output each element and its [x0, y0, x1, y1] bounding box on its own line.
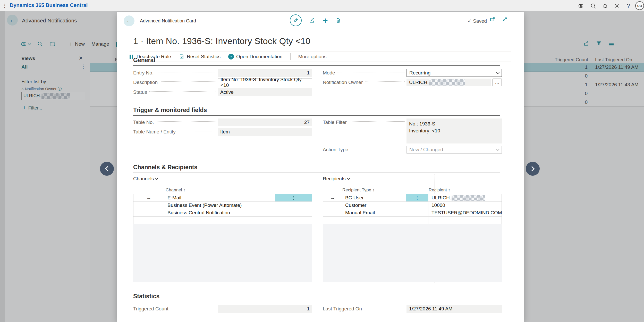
next-record-button[interactable] [526, 162, 540, 176]
recipients-part-caption[interactable]: Recipients [323, 176, 350, 182]
chevron-right-icon [529, 166, 535, 171]
section-channels-recipients: Channels & Recipients [133, 164, 500, 173]
search-icon[interactable] [589, 2, 597, 10]
recipient-column-header[interactable]: Recipient ↑ [429, 188, 450, 193]
field-triggered-count: Triggered Count 1 [133, 305, 312, 313]
new-record-icon[interactable]: + [323, 17, 328, 24]
chevron-down-icon [496, 148, 499, 151]
chevron-down-icon [496, 71, 499, 74]
previous-record-button[interactable] [100, 162, 114, 176]
share-icon[interactable] [309, 17, 316, 24]
recipient-type-column-header[interactable]: Recipient Type ↑ [342, 188, 375, 193]
row-arrow-icon: → [330, 195, 335, 201]
redacted-text [429, 79, 465, 86]
dynamics-apps-icon[interactable] [577, 2, 585, 10]
app-kebab-icon[interactable]: ⋮ [2, 3, 7, 9]
table-row[interactable]: Business Event (Power Automate) [133, 202, 312, 209]
mode-select[interactable]: Recurring [406, 69, 502, 77]
row-arrow-icon: → [146, 195, 151, 201]
table-row-empty[interactable] [323, 217, 502, 224]
sort-asc-icon: ↑ [448, 188, 451, 192]
ellipsis-v-icon: ⋮ [291, 195, 296, 201]
row-menu-cell[interactable]: ⋮ [275, 194, 312, 201]
field-notification-owner: Notification Owner ULRICH. … [323, 79, 502, 86]
dialog-caption: Advanced Notification Card [140, 18, 196, 24]
table-no-value: 27 [218, 118, 312, 126]
table-row-empty[interactable] [133, 217, 312, 224]
field-status: Status Active [133, 88, 312, 96]
channels-table: → E-Mail ⋮ Business Event (Power Automat… [133, 194, 312, 224]
section-trigger: Trigger & monitored fields [133, 107, 500, 116]
field-table-no: Table No. 27 [133, 118, 312, 126]
saved-indicator: ✓ Saved [468, 18, 487, 24]
table-filter-value: No.: 1936-S Inventory: <10 [406, 118, 502, 143]
row-menu-cell[interactable]: ⋮ [406, 194, 428, 201]
last-triggered-on-value: 1/27/2026 11:49 AM [406, 305, 502, 313]
settings-gear-icon[interactable] [613, 2, 621, 10]
entry-no-value: 1 [218, 69, 312, 77]
avatar[interactable]: UD [635, 1, 644, 10]
check-icon: ✓ [468, 18, 472, 24]
field-action-type: Action Type New / Changed [323, 146, 502, 154]
recipients-table-filler [323, 224, 502, 282]
recipients-table: → BC User ⋮ ULRICH. Customer 10000 Manua… [323, 194, 502, 224]
field-description: Description Item No. 1936-S: Inventory S… [133, 79, 312, 86]
table-row[interactable]: → BC User ⋮ ULRICH. [323, 194, 502, 202]
record-title: 1 · Item No. 1936-S: Inventory Stock Qty… [133, 36, 310, 46]
channel-column-header[interactable]: Channel ↑ [166, 188, 185, 193]
assist-edit-button[interactable]: … [493, 79, 502, 86]
sort-asc-icon: ↑ [183, 188, 185, 192]
dialog-header-icons: + [290, 14, 341, 26]
table-row[interactable]: → E-Mail ⋮ [133, 194, 312, 202]
table-row[interactable]: Business Central Notification [133, 209, 312, 217]
top-bar: ⋮ Dynamics 365 Business Central ? UD [0, 0, 644, 11]
advanced-notification-card-dialog: ← Advanced Notification Card + ✓ Saved 1… [117, 12, 524, 322]
edit-toggle-button[interactable] [290, 14, 302, 26]
table-name-value: Item [218, 128, 312, 136]
channels-part-caption[interactable]: Channels [133, 176, 158, 182]
help-icon[interactable]: ? [624, 2, 632, 10]
chevron-down-icon [155, 177, 158, 180]
expand-icon[interactable] [502, 16, 508, 22]
table-row[interactable]: Customer 10000 [323, 202, 502, 209]
dialog-window-icons [489, 16, 508, 22]
status-value: Active [218, 88, 312, 96]
redacted-text [452, 195, 485, 201]
field-table-name: Table Name / Entity Item [133, 128, 312, 136]
popout-icon[interactable] [489, 16, 496, 22]
description-input[interactable]: Item No. 1936-S: Inventory Stock Qty <10 [218, 79, 312, 86]
field-table-filter: Table Filter [323, 118, 406, 126]
sort-asc-icon: ↑ [372, 188, 375, 192]
notification-owner-value: ULRICH. [406, 79, 491, 86]
field-mode: Mode Recurring [323, 69, 502, 77]
field-entry-no: Entry No. 1 [133, 69, 312, 77]
channels-table-filler [133, 224, 312, 282]
triggered-count-value: 1 [218, 305, 312, 313]
back-icon: ← [126, 18, 132, 24]
section-statistics: Statistics [133, 293, 500, 302]
ellipsis-v-icon: ⋮ [415, 195, 420, 201]
table-row[interactable]: Manual Email TESTUSER@DEDOMIND.COM [323, 209, 502, 217]
delete-icon[interactable] [335, 17, 341, 23]
field-last-triggered-on: Last Triggered On 1/27/2026 11:49 AM [323, 305, 502, 313]
section-general: General [133, 57, 500, 66]
dialog-back-button[interactable]: ← [124, 15, 134, 26]
chevron-down-icon [347, 177, 350, 180]
chevron-left-icon [105, 166, 110, 171]
notifications-bell-icon[interactable] [601, 2, 609, 10]
action-type-select: New / Changed [406, 146, 502, 154]
app-title[interactable]: Dynamics 365 Business Central [10, 2, 88, 8]
